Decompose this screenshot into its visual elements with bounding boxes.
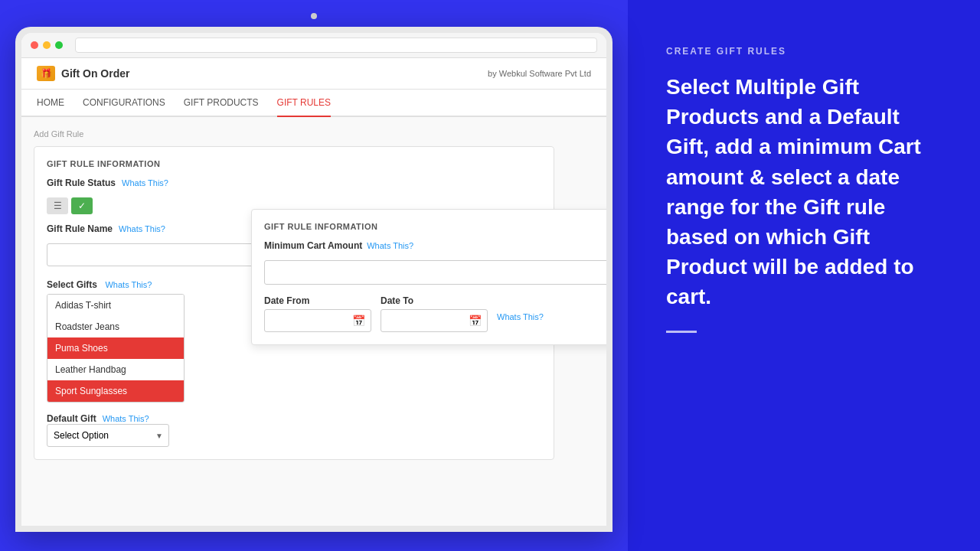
breadcrumb: Add Gift Rule (34, 129, 594, 139)
default-gift-row: Default Gift Whats This? (47, 413, 541, 424)
gift-rule-name-label: Gift Rule Name (47, 223, 113, 234)
nav-gift-products[interactable]: GIFT PRODUCTS (184, 90, 259, 117)
date-to-calendar-icon[interactable]: 📅 (469, 315, 482, 327)
check-toggle-btn[interactable]: ✓ (71, 197, 93, 214)
min-cart-row: Minimum Cart Amount Whats This? (264, 240, 606, 251)
left-panel: 🎁 Gift On Order by Webkul Software Pvt L… (0, 0, 628, 551)
second-gift-rule-card: GIFT RULE INFORMATION Minimum Cart Amoun… (251, 209, 606, 345)
select-gifts-whats-this[interactable]: Whats This? (105, 280, 152, 289)
min-cart-input[interactable] (264, 260, 606, 285)
nav-home[interactable]: HOME (37, 90, 64, 117)
date-to-group: Date To 📅 (381, 295, 488, 332)
app-nav: HOME CONFIGURATIONS GIFT PRODUCTS GIFT R… (21, 90, 606, 117)
date-from-calendar-icon[interactable]: 📅 (352, 315, 365, 327)
create-rules-description: Select Multiple Gift Products and a Defa… (666, 72, 942, 312)
gift-rule-status-label: Gift Rule Status (47, 178, 116, 188)
date-row: Date From 📅 Date To 📅 (264, 295, 606, 332)
gift-rule-name-whats-this[interactable]: Whats This? (119, 224, 165, 233)
nav-gift-rules[interactable]: GIFT RULES (277, 90, 331, 117)
gift-option-roadster[interactable]: Roadster Jeans (47, 316, 184, 337)
default-gift-label: Default Gift (47, 413, 96, 424)
gift-rule-status-whats-this[interactable]: Whats This? (122, 178, 168, 187)
gift-rule-status-row: Gift Rule Status Whats This? (47, 178, 541, 188)
nav-configurations[interactable]: CONFIGURATIONS (83, 90, 165, 117)
date-whats-this[interactable]: Whats This? (497, 312, 544, 321)
address-bar (75, 37, 597, 53)
app-logo: 🎁 Gift On Order (37, 66, 129, 81)
default-gift-select-wrapper: Select Option ▼ (47, 424, 169, 447)
gift-dropdown: Adidas T-shirt Roadster Jeans Puma Shoes… (47, 294, 185, 403)
select-gifts-label: Select Gifts (47, 279, 97, 290)
gift-option-leather[interactable]: Leather Handbag (47, 359, 184, 380)
min-cart-label: Minimum Cart Amount (264, 240, 362, 251)
app-header: 🎁 Gift On Order by Webkul Software Pvt L… (21, 58, 606, 90)
date-to-label: Date To (381, 295, 488, 306)
main-content: Add Gift Rule GIFT RULE INFORMATION Gift… (21, 117, 606, 526)
right-panel: CREATE GIFT RULES Select Multiple Gift P… (628, 0, 980, 551)
create-rules-label: CREATE GIFT RULES (666, 46, 942, 57)
section-title: GIFT RULE INFORMATION (47, 159, 541, 168)
logo-icon: 🎁 (37, 66, 55, 81)
laptop-screen: 🎁 Gift On Order by Webkul Software Pvt L… (21, 33, 606, 526)
gift-option-sport[interactable]: Sport Sunglasses (47, 380, 184, 402)
camera-dot (311, 13, 317, 19)
browser-chrome (21, 33, 606, 58)
gift-option-adidas[interactable]: Adidas T-shirt (47, 295, 184, 316)
date-from-group: Date From 📅 (264, 295, 371, 332)
divider-line (666, 331, 697, 333)
date-from-label: Date From (264, 295, 371, 306)
default-gift-whats-this[interactable]: Whats This? (103, 414, 149, 423)
laptop-mockup: 🎁 Gift On Order by Webkul Software Pvt L… (15, 27, 612, 532)
date-to-wrapper: 📅 (381, 309, 488, 332)
second-section-title: GIFT RULE INFORMATION (264, 222, 606, 231)
app-name: Gift On Order (61, 67, 129, 80)
minimize-dot (43, 41, 51, 49)
min-cart-whats-this[interactable]: Whats This? (367, 241, 413, 250)
app-content: 🎁 Gift On Order by Webkul Software Pvt L… (21, 58, 606, 526)
default-gift-select[interactable]: Select Option (47, 424, 169, 447)
logo-emoji: 🎁 (41, 68, 52, 79)
close-dot (31, 41, 38, 49)
app-tagline: by Webkul Software Pvt Ltd (488, 69, 591, 78)
list-toggle-btn[interactable]: ☰ (47, 197, 68, 214)
gift-option-puma[interactable]: Puma Shoes (47, 337, 184, 359)
maximize-dot (55, 41, 63, 49)
date-from-wrapper: 📅 (264, 309, 371, 332)
